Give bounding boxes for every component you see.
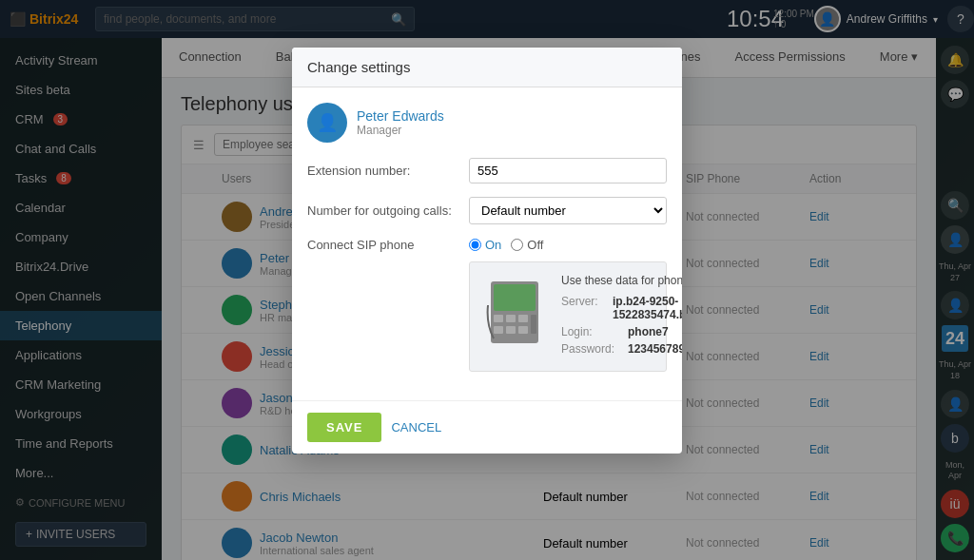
outgoing-select[interactable]: Default number xyxy=(469,197,667,224)
svg-rect-3 xyxy=(506,315,516,322)
svg-rect-7 xyxy=(518,326,528,334)
config-server-row: Server: ip.b24-9250-1522835474.bitrixpho… xyxy=(561,295,682,321)
config-password-row: Password: 123456789 ✏ xyxy=(561,342,682,356)
phone-svg xyxy=(486,277,543,348)
sip-label: Connect SIP phone xyxy=(307,238,459,252)
modal-header: Change settings xyxy=(292,48,682,87)
phone-config-box: Use these data for phone configuration S… xyxy=(469,261,667,372)
modal-footer: SAVE CANCEL xyxy=(292,400,682,454)
svg-rect-5 xyxy=(494,326,503,334)
modal-user-avatar: 👤 xyxy=(307,103,347,143)
change-settings-modal: Change settings 👤 Peter Edwards Manager … xyxy=(292,48,682,454)
extension-row: Extension number: xyxy=(307,158,667,183)
sip-off-radio[interactable] xyxy=(511,239,523,251)
modal-overlay: Change settings 👤 Peter Edwards Manager … xyxy=(0,0,974,560)
save-button[interactable]: SAVE xyxy=(307,413,381,442)
svg-rect-4 xyxy=(518,315,528,322)
svg-rect-6 xyxy=(506,326,516,334)
config-login-row: Login: phone7 xyxy=(561,325,682,338)
sip-on-option[interactable]: On xyxy=(469,238,501,252)
sip-off-option[interactable]: Off xyxy=(511,238,543,252)
extension-label: Extension number: xyxy=(307,164,459,178)
cancel-button[interactable]: CANCEL xyxy=(391,420,441,434)
extension-input[interactable] xyxy=(469,158,667,183)
modal-user-info: 👤 Peter Edwards Manager xyxy=(307,103,667,143)
svg-rect-2 xyxy=(494,315,503,322)
sip-radio-group: On Off xyxy=(469,238,543,252)
phone-config-info: Use these data for phone configuration S… xyxy=(561,274,682,359)
modal-user-name[interactable]: Peter Edwards xyxy=(357,108,444,124)
svg-rect-1 xyxy=(494,284,536,311)
phone-image xyxy=(481,274,548,350)
outgoing-label: Number for outgoing calls: xyxy=(307,203,459,218)
sip-row: Connect SIP phone On Off xyxy=(307,238,667,252)
sip-on-radio[interactable] xyxy=(469,239,481,251)
modal-body: 👤 Peter Edwards Manager Extension number… xyxy=(292,87,682,400)
outgoing-row: Number for outgoing calls: Default numbe… xyxy=(307,197,667,224)
modal-user-role: Manager xyxy=(357,124,444,137)
svg-rect-8 xyxy=(531,315,536,334)
